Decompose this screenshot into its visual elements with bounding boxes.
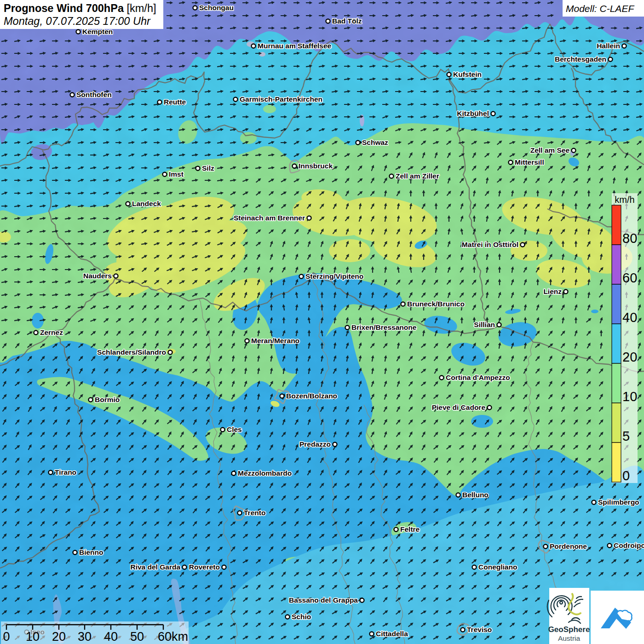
svg-text:Innsbruck: Innsbruck (299, 162, 333, 170)
svg-text:Trento: Trento (244, 509, 265, 517)
svg-text:Brixen/Bressanone: Brixen/Bressanone (351, 323, 417, 331)
svg-text:Bozen/Bolzano: Bozen/Bolzano (286, 392, 337, 400)
svg-text:Murnau am Staffelsee: Murnau am Staffelsee (258, 42, 332, 50)
svg-text:km/h: km/h (615, 195, 634, 205)
svg-text:Garmisch-Partenkirchen: Garmisch-Partenkirchen (240, 95, 322, 103)
svg-text:10: 10 (622, 389, 637, 404)
svg-text:Sterzing/Vipiteno: Sterzing/Vipiteno (305, 272, 363, 280)
svg-text:Cles: Cles (227, 426, 242, 433)
svg-text:Schlanders/Silandro: Schlanders/Silandro (97, 348, 166, 356)
svg-text:30: 30 (78, 630, 92, 644)
svg-text:20: 20 (52, 630, 66, 644)
svg-text:Bad Tölz: Bad Tölz (332, 17, 362, 25)
svg-text:Predazzo: Predazzo (299, 440, 331, 448)
svg-text:Austria: Austria (558, 634, 581, 642)
svg-text:Schongau: Schongau (199, 4, 234, 12)
svg-text:Matrei in Osttirol: Matrei in Osttirol (462, 241, 518, 248)
svg-text:Conegliano: Conegliano (478, 563, 517, 571)
svg-text:Bormio: Bormio (95, 396, 120, 403)
svg-text:Schio: Schio (292, 613, 311, 621)
svg-text:Cittadella: Cittadella (376, 630, 408, 638)
svg-text:40: 40 (104, 630, 118, 644)
svg-text:Zernez: Zernez (40, 328, 63, 336)
svg-text:Zell am Ziller: Zell am Ziller (396, 172, 439, 180)
svg-text:Hallein: Hallein (597, 42, 620, 50)
svg-text:Landeck: Landeck (132, 200, 161, 207)
svg-text:20: 20 (622, 350, 637, 364)
svg-text:40: 40 (622, 310, 637, 325)
svg-text:5: 5 (622, 429, 630, 443)
svg-text:10: 10 (26, 630, 40, 644)
svg-text:50: 50 (130, 630, 144, 644)
svg-text:Steinach am Brenner: Steinach am Brenner (234, 214, 305, 222)
svg-text:Codroipo: Codroipo (614, 541, 644, 549)
svg-text:Kitzbühel: Kitzbühel (457, 109, 489, 117)
svg-text:Belluno: Belluno (462, 491, 489, 499)
svg-text:Modell: C-LAEF: Modell: C-LAEF (566, 3, 634, 14)
svg-text:Montag, 07.07.2025 17:00 Uhr: Montag, 07.07.2025 17:00 Uhr (4, 15, 151, 27)
svg-text:Sillian: Sillian (474, 321, 495, 328)
svg-text:Berchtesgaden: Berchtesgaden (555, 55, 606, 63)
svg-text:Rovereto: Rovereto (189, 563, 220, 571)
svg-text:Cortina d'Ampezzo: Cortina d'Ampezzo (446, 374, 510, 381)
svg-text:Feltre: Feltre (400, 525, 420, 533)
svg-text:60: 60 (622, 270, 637, 285)
svg-text:Mittersill: Mittersill (515, 158, 544, 166)
svg-text:Schwaz: Schwaz (362, 138, 388, 146)
svg-text:Kufstein: Kufstein (453, 70, 482, 78)
svg-text:Reutte: Reutte (164, 98, 186, 106)
svg-text:Tirano: Tirano (55, 468, 76, 476)
svg-text:Bienno: Bienno (79, 548, 104, 556)
svg-text:Sonthofen: Sonthofen (76, 91, 112, 98)
svg-text:Treviso: Treviso (467, 626, 492, 633)
svg-text:0: 0 (3, 630, 10, 644)
svg-text:Pordenone: Pordenone (550, 542, 587, 550)
svg-text:60km: 60km (158, 630, 188, 644)
svg-text:Lienz: Lienz (543, 288, 562, 295)
svg-text:Prognose Wind 700hPa [km/h]: Prognose Wind 700hPa [km/h] (4, 2, 156, 14)
svg-text:GeoSphere: GeoSphere (548, 625, 590, 634)
svg-text:Nauders: Nauders (83, 272, 112, 280)
svg-text:Pieve di Cadore: Pieve di Cadore (432, 403, 486, 411)
svg-text:Bruneck/Brunico: Bruneck/Brunico (407, 300, 465, 308)
svg-text:Spilimbergo: Spilimbergo (598, 498, 639, 506)
svg-text:Imst: Imst (169, 170, 184, 178)
svg-text:Riva del Garda: Riva del Garda (130, 563, 180, 571)
svg-text:0: 0 (622, 468, 630, 483)
svg-text:Meran/Merano: Meran/Merano (251, 337, 299, 345)
svg-text:80: 80 (622, 231, 637, 246)
svg-text:Zell am See: Zell am See (530, 146, 570, 154)
svg-text:Silz: Silz (202, 164, 214, 172)
svg-text:Mezzolombardo: Mezzolombardo (238, 469, 292, 477)
svg-text:Bassano del Grappa: Bassano del Grappa (289, 596, 358, 604)
